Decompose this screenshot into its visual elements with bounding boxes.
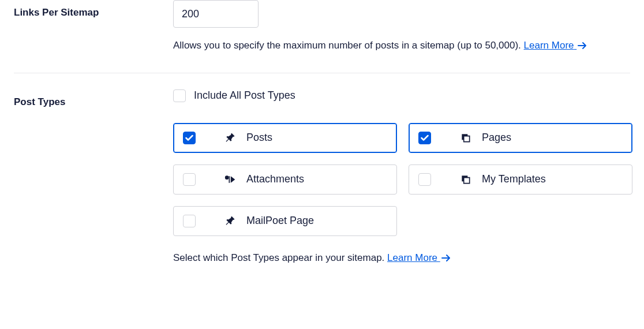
learn-more-text: Learn More — [524, 40, 574, 51]
include-all-label: Include All Post Types — [194, 89, 295, 102]
media-icon — [224, 174, 236, 185]
description-text: Select which Post Types appear in your s… — [173, 252, 384, 263]
links-per-sitemap-description: Allows you to specify the maximum number… — [173, 38, 630, 54]
post-type-label: Attachments — [246, 173, 304, 185]
post-type-checkbox[interactable] — [183, 215, 196, 227]
arrow-right-icon — [578, 39, 587, 54]
include-all-checkbox[interactable] — [173, 89, 186, 102]
post-type-checkbox[interactable] — [418, 132, 431, 144]
learn-more-link[interactable]: Learn More — [524, 40, 587, 51]
section-divider — [14, 73, 630, 73]
post-type-card[interactable]: MailPoet Page — [173, 206, 397, 236]
post-types-label: Post Types — [14, 89, 173, 265]
links-per-sitemap-input[interactable] — [173, 0, 259, 28]
post-type-card[interactable]: Posts — [173, 123, 397, 153]
stack-icon — [460, 132, 471, 144]
post-type-checkbox[interactable] — [418, 173, 431, 186]
links-per-sitemap-row: Links Per Sitemap Allows you to specify … — [14, 0, 630, 68]
include-all-row[interactable]: Include All Post Types — [173, 89, 632, 102]
description-text: Allows you to specify the maximum number… — [173, 40, 521, 51]
pin-icon — [224, 215, 236, 227]
links-per-sitemap-content: Allows you to specify the maximum number… — [173, 0, 630, 54]
post-type-card[interactable]: Attachments — [173, 164, 397, 195]
learn-more-text: Learn More — [387, 252, 437, 263]
learn-more-link[interactable]: Learn More — [387, 252, 451, 263]
post-types-description: Select which Post Types appear in your s… — [173, 252, 632, 265]
svg-point-0 — [225, 175, 229, 180]
stack-icon — [460, 174, 471, 185]
post-type-label: My Templates — [482, 173, 546, 185]
post-type-grid: PostsPagesAttachmentsMy TemplatesMailPoe… — [173, 123, 632, 236]
post-type-label: Pages — [482, 132, 511, 144]
pin-icon — [224, 132, 236, 144]
post-type-card[interactable]: My Templates — [409, 164, 632, 195]
post-type-card[interactable]: Pages — [409, 123, 632, 153]
post-types-row: Post Types Include All Post Types PostsP… — [14, 89, 630, 279]
post-type-label: MailPoet Page — [246, 215, 314, 227]
post-type-checkbox[interactable] — [183, 173, 196, 186]
links-per-sitemap-label: Links Per Sitemap — [14, 0, 173, 54]
post-types-content: Include All Post Types PostsPagesAttachm… — [173, 89, 632, 265]
arrow-right-icon — [441, 253, 451, 265]
post-type-label: Posts — [246, 132, 272, 144]
post-type-checkbox[interactable] — [183, 132, 196, 144]
